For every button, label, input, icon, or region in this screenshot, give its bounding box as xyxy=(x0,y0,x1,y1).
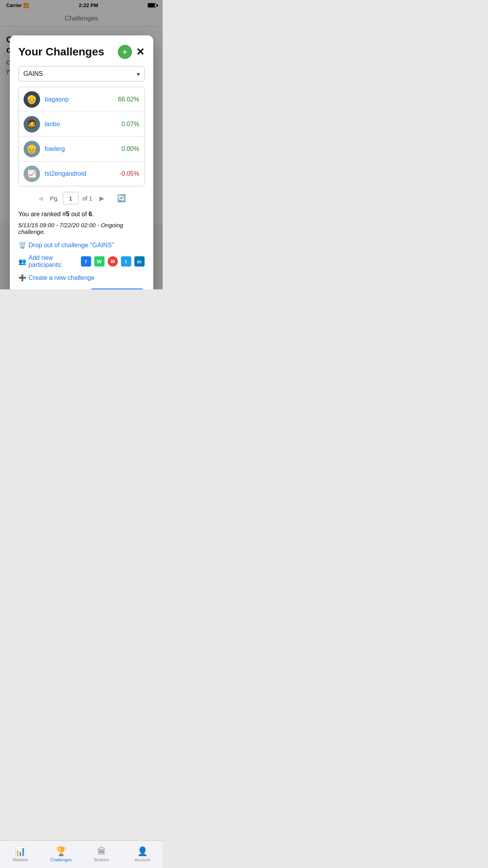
table-row[interactable]: 📈 tst2engandroid -0.05% xyxy=(19,162,144,186)
challenges-modal: Your Challenges + ✕ GAINS 👴 bag xyxy=(10,35,153,289)
whatsapp-icon[interactable]: W xyxy=(94,256,105,267)
pagination-controls: ◀ Pg. of 1 ▶ 🔄 xyxy=(18,192,145,204)
date-range: 5/11/15 09:00 - 7/22/20 02:00 - Ongoing … xyxy=(18,222,145,235)
table-row[interactable]: 👴 fowlerg 0.00% xyxy=(19,137,144,162)
circle-plus-icon: ➕ xyxy=(18,274,26,281)
next-page-button[interactable]: ▶ xyxy=(96,193,107,204)
gains-dropdown[interactable]: GAINS xyxy=(18,66,145,81)
rank-number: 5 xyxy=(66,211,70,217)
challenge-selector[interactable]: GAINS xyxy=(18,66,145,81)
create-challenge-link[interactable]: ➕ Create a new challenge xyxy=(18,274,145,281)
modal-title: Your Challenges xyxy=(18,46,105,58)
refresh-button[interactable]: 🔄 xyxy=(115,192,128,204)
avatar-image-3: 👴 xyxy=(26,144,37,154)
avatar-image-2: 🧔 xyxy=(26,119,37,129)
gain-value-4: -0.05% xyxy=(119,170,139,177)
prev-page-button[interactable]: ◀ xyxy=(35,193,46,204)
modal-header: Your Challenges + ✕ xyxy=(18,45,145,59)
username-3[interactable]: fowlerg xyxy=(45,145,122,153)
table-row[interactable]: 👴 bagasnp 66.02% xyxy=(19,87,144,112)
rank-total: 6 xyxy=(89,211,92,217)
page-of-label: of 1 xyxy=(83,195,92,202)
table-row[interactable]: 🧔 lanbo 0.07% xyxy=(19,112,144,137)
rank-info: You are ranked #5 out of 6. xyxy=(18,211,145,218)
add-challenge-button[interactable]: + xyxy=(118,45,132,59)
username-4[interactable]: tst2engandroid xyxy=(45,170,119,177)
create-challenge-label: Create a new challenge xyxy=(29,274,95,281)
username-1[interactable]: bagasnp xyxy=(45,96,118,103)
leaderboard-table: 👴 bagasnp 66.02% 🧔 lanbo 0.07% 👴 fowlerg… xyxy=(18,87,145,186)
username-2[interactable]: lanbo xyxy=(45,121,122,128)
linkedin-icon[interactable]: in xyxy=(134,256,145,267)
twitter-icon[interactable]: t xyxy=(121,256,131,267)
rank-text-end: . xyxy=(92,211,94,217)
avatar: 👴 xyxy=(24,141,40,157)
gain-value-3: 0.00% xyxy=(121,145,139,153)
avatar-image-4: 📈 xyxy=(28,169,36,178)
modal-close-button[interactable]: ✕ xyxy=(136,47,145,57)
page-input[interactable] xyxy=(63,192,79,204)
avatar: 🧔 xyxy=(24,116,40,132)
close-button[interactable]: CLOSE xyxy=(90,289,144,289)
gain-value-1: 66.02% xyxy=(118,96,139,103)
avatar: 👴 xyxy=(24,91,40,108)
facebook-icon[interactable]: f xyxy=(81,256,91,267)
avatar: 📈 xyxy=(24,166,40,182)
add-participants-row: 👥 Add new participants: f W ✉ t in xyxy=(18,254,145,268)
add-person-icon: 👥 xyxy=(18,258,26,265)
modal-overlay: Your Challenges + ✕ GAINS 👴 bag xyxy=(0,0,163,289)
social-icons-row: f W ✉ t in xyxy=(81,256,145,267)
plus-icon: + xyxy=(122,47,127,57)
modal-header-icons: + ✕ xyxy=(118,45,145,59)
close-button-row: CLOSE xyxy=(18,287,145,289)
trash-icon: 🗑️ xyxy=(18,241,26,249)
rank-text-before: You are ranked # xyxy=(18,211,66,217)
gain-value-2: 0.07% xyxy=(121,121,139,128)
dropdown-wrapper[interactable]: GAINS xyxy=(18,66,145,81)
rank-text-middle: out of xyxy=(70,211,89,217)
drop-out-label: Drop out of challenge "GAINS" xyxy=(29,242,114,249)
add-participants-label: Add new participants: xyxy=(29,254,77,268)
page-label: Pg. xyxy=(50,195,59,202)
avatar-image-1: 👴 xyxy=(26,94,37,105)
email-icon[interactable]: ✉ xyxy=(108,256,118,267)
drop-out-link[interactable]: 🗑️ Drop out of challenge "GAINS" xyxy=(18,241,145,249)
